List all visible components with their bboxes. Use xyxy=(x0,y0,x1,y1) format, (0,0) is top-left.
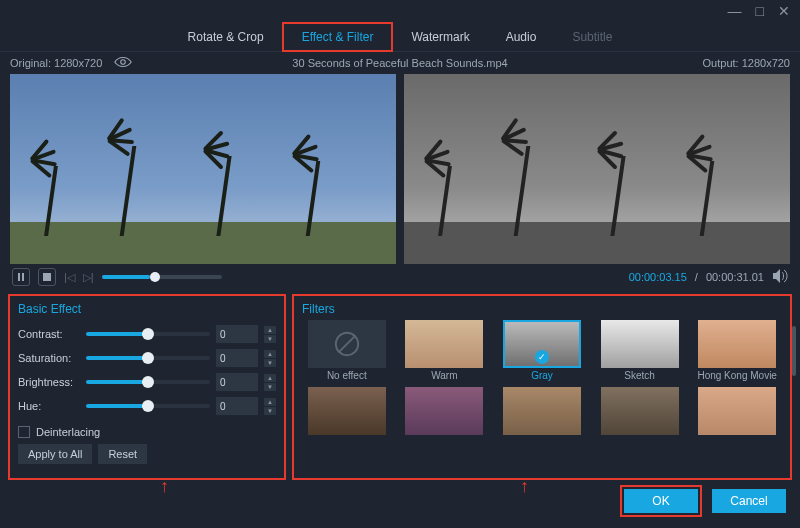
filter-label: Hong Kong Movie xyxy=(697,370,777,381)
filter-item[interactable] xyxy=(400,387,490,435)
filter-label: Warm xyxy=(431,370,457,381)
contrast-down[interactable]: ▼ xyxy=(264,335,276,343)
svg-line-5 xyxy=(338,336,355,353)
deinterlacing-checkbox[interactable] xyxy=(18,426,30,438)
hue-up[interactable]: ▲ xyxy=(264,398,276,406)
filters-panel: Filters No effect Warm Gray Sketch Hong … xyxy=(292,294,792,480)
filter-hong-kong-movie[interactable]: Hong Kong Movie xyxy=(692,320,782,381)
filter-label: Sketch xyxy=(624,370,655,381)
contrast-label: Contrast: xyxy=(18,328,80,340)
filter-sketch[interactable]: Sketch xyxy=(595,320,685,381)
output-resolution: Output: 1280x720 xyxy=(703,57,790,69)
seek-slider[interactable] xyxy=(102,275,222,279)
basic-effect-heading: Basic Effect xyxy=(18,302,276,316)
volume-icon[interactable] xyxy=(772,269,788,286)
time-total: 00:00:31.01 xyxy=(706,271,764,283)
tab-rotate-crop[interactable]: Rotate & Crop xyxy=(170,24,282,50)
brightness-value[interactable]: 0 xyxy=(216,373,258,391)
minimize-button[interactable]: — xyxy=(728,3,742,19)
filter-item[interactable] xyxy=(497,387,587,435)
hue-slider[interactable] xyxy=(86,404,210,408)
contrast-value[interactable]: 0 xyxy=(216,325,258,343)
saturation-down[interactable]: ▼ xyxy=(264,359,276,367)
ok-button[interactable]: OK xyxy=(624,489,698,513)
tab-effect-filter[interactable]: Effect & Filter xyxy=(282,22,394,52)
filter-gray[interactable]: Gray xyxy=(497,320,587,381)
apply-to-all-button[interactable]: Apply to All xyxy=(18,444,92,464)
original-resolution: Original: 1280x720 xyxy=(10,57,102,69)
contrast-up[interactable]: ▲ xyxy=(264,326,276,334)
close-button[interactable]: ✕ xyxy=(778,3,790,19)
filters-heading: Filters xyxy=(302,302,782,316)
time-sep: / xyxy=(695,271,698,283)
maximize-button[interactable]: □ xyxy=(756,3,764,19)
next-frame-button[interactable]: ▷| xyxy=(83,271,94,284)
saturation-up[interactable]: ▲ xyxy=(264,350,276,358)
tab-bar: Rotate & Crop Effect & Filter Watermark … xyxy=(0,22,800,52)
filter-item[interactable] xyxy=(595,387,685,435)
stop-button[interactable] xyxy=(38,268,56,286)
filter-no-effect[interactable]: No effect xyxy=(302,320,392,381)
hue-value[interactable]: 0 xyxy=(216,397,258,415)
brightness-label: Brightness: xyxy=(18,376,80,388)
preview-output xyxy=(404,74,790,264)
filters-scrollbar[interactable] xyxy=(792,326,796,376)
prev-frame-button[interactable]: |◁ xyxy=(64,271,75,284)
saturation-slider[interactable] xyxy=(86,356,210,360)
filter-warm[interactable]: Warm xyxy=(400,320,490,381)
brightness-down[interactable]: ▼ xyxy=(264,383,276,391)
tab-watermark[interactable]: Watermark xyxy=(393,24,487,50)
hue-down[interactable]: ▼ xyxy=(264,407,276,415)
eye-icon[interactable] xyxy=(114,56,132,70)
brightness-up[interactable]: ▲ xyxy=(264,374,276,382)
reset-button[interactable]: Reset xyxy=(98,444,147,464)
preview-original xyxy=(10,74,396,264)
svg-rect-1 xyxy=(18,273,20,281)
filter-label: Gray xyxy=(531,370,553,381)
contrast-slider[interactable] xyxy=(86,332,210,336)
basic-effect-panel: Basic Effect Contrast: 0 ▲▼ Saturation: … xyxy=(8,294,286,480)
time-current: 00:00:03.15 xyxy=(629,271,687,283)
pause-button[interactable] xyxy=(12,268,30,286)
saturation-label: Saturation: xyxy=(18,352,80,364)
saturation-value[interactable]: 0 xyxy=(216,349,258,367)
tab-audio[interactable]: Audio xyxy=(488,24,555,50)
annotation-arrow-icon: ↑ xyxy=(520,476,529,497)
hue-label: Hue: xyxy=(18,400,80,412)
filter-label: No effect xyxy=(327,370,367,381)
svg-rect-3 xyxy=(43,273,51,281)
svg-point-0 xyxy=(121,60,126,65)
deinterlacing-label: Deinterlacing xyxy=(36,426,100,438)
annotation-arrow-icon: ↑ xyxy=(160,476,169,497)
filter-item[interactable] xyxy=(692,387,782,435)
tab-subtitle[interactable]: Subtitle xyxy=(554,24,630,50)
brightness-slider[interactable] xyxy=(86,380,210,384)
filter-item[interactable] xyxy=(302,387,392,435)
cancel-button[interactable]: Cancel xyxy=(712,489,786,513)
svg-rect-2 xyxy=(22,273,24,281)
